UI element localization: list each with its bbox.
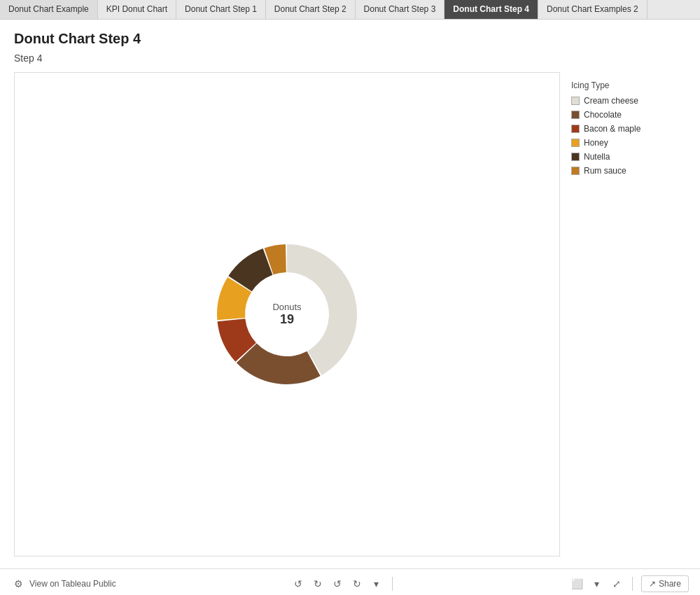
- undo-left-icon[interactable]: ↺: [291, 577, 305, 591]
- tab-step1[interactable]: Donut Chart Step 1: [176, 0, 266, 19]
- tab-examples2[interactable]: Donut Chart Examples 2: [538, 0, 648, 19]
- tab-step4[interactable]: Donut Chart Step 4: [444, 0, 538, 19]
- tab-step2[interactable]: Donut Chart Step 2: [266, 0, 356, 19]
- bottom-bar: ⚙ View on Tableau Public ↺ ↻ ↺ ↻ ▾ ⬜ ▾ ⤢…: [0, 568, 700, 595]
- legend-item-label: Honey: [584, 138, 608, 148]
- tab-bar: Donut Chart Example KPI Donut Chart Donu…: [0, 0, 700, 20]
- redo-dropdown-icon[interactable]: ▾: [370, 577, 384, 591]
- chart-area: Donuts 19 Icing Type Cream cheeseChocola…: [14, 72, 686, 556]
- divider-2: [632, 577, 633, 591]
- bottom-right: ⬜ ▾ ⤢ ↗ Share: [570, 575, 689, 592]
- legend-title: Icing Type: [571, 80, 675, 90]
- share-button[interactable]: ↗ Share: [641, 575, 689, 592]
- legend-item-label: Nutella: [584, 152, 610, 162]
- legend-swatch: [571, 167, 580, 175]
- undo-icon[interactable]: ↺: [330, 577, 344, 591]
- donut-svg: [203, 230, 371, 398]
- donut-segment-chocolate: [237, 343, 321, 384]
- legend-items: Cream cheeseChocolateBacon & mapleHoneyN…: [571, 96, 675, 180]
- legend-item-label: Bacon & maple: [584, 124, 640, 134]
- legend-item-cream-cheese: Cream cheese: [571, 96, 675, 106]
- share-icon: ↗: [649, 579, 656, 589]
- tab-donut-example[interactable]: Donut Chart Example: [0, 0, 98, 19]
- tab-step3[interactable]: Donut Chart Step 3: [356, 0, 445, 19]
- redo-right-icon[interactable]: ↻: [311, 577, 325, 591]
- screen-dropdown-icon[interactable]: ▾: [590, 577, 604, 591]
- legend-swatch: [571, 139, 580, 147]
- donut-chart: Donuts 19: [203, 230, 371, 398]
- legend-swatch: [571, 125, 580, 133]
- share-label: Share: [659, 579, 681, 589]
- step-label: Step 4: [14, 52, 686, 64]
- legend-item-rum-sauce: Rum sauce: [571, 166, 675, 176]
- legend-swatch: [571, 153, 580, 161]
- legend-swatch: [571, 97, 580, 105]
- tab-kpi-donut[interactable]: KPI Donut Chart: [98, 0, 176, 19]
- legend-item-nutella: Nutella: [571, 152, 675, 162]
- divider: [392, 577, 393, 591]
- tableau-label[interactable]: View on Tableau Public: [29, 579, 116, 589]
- main-content: Donut Chart Step 4 Step 4 Donuts 19 Icin…: [0, 20, 700, 568]
- chart-wrapper: Donuts 19: [14, 72, 560, 556]
- legend-item-label: Chocolate: [584, 110, 622, 120]
- expand-icon[interactable]: ⤢: [610, 577, 624, 591]
- screen-icon[interactable]: ⬜: [570, 577, 584, 591]
- legend-item-chocolate: Chocolate: [571, 110, 675, 120]
- redo-icon[interactable]: ↻: [350, 577, 364, 591]
- page-title: Donut Chart Step 4: [14, 31, 686, 47]
- legend-swatch: [571, 111, 580, 119]
- tableau-icon: ⚙: [11, 577, 25, 591]
- legend-item-honey: Honey: [571, 138, 675, 148]
- bottom-left: ⚙ View on Tableau Public: [11, 577, 116, 591]
- legend: Icing Type Cream cheeseChocolateBacon & …: [560, 72, 686, 556]
- legend-item-bacon-&-maple: Bacon & maple: [571, 124, 675, 134]
- legend-item-label: Cream cheese: [584, 96, 638, 106]
- bottom-center: ↺ ↻ ↺ ↻ ▾: [291, 577, 396, 591]
- legend-item-label: Rum sauce: [584, 166, 626, 176]
